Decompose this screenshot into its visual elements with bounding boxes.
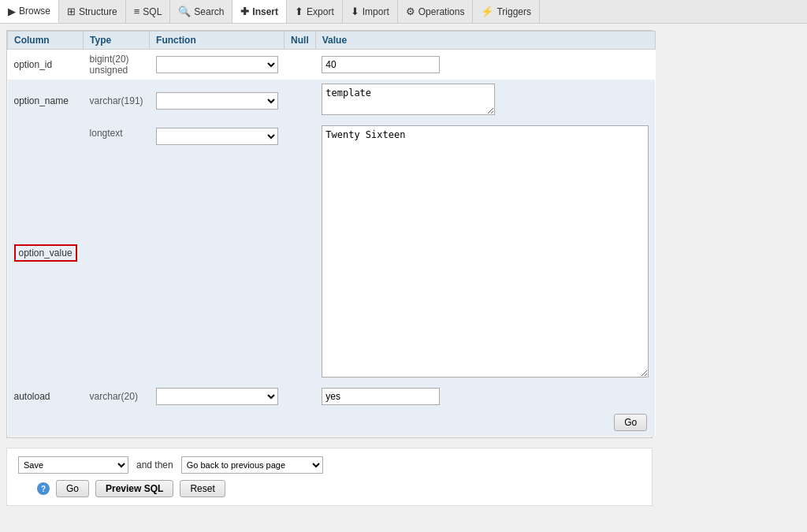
data-table-wrapper: Column Type Function Null Value option_i… — [6, 30, 653, 438]
nav-structure-label: Structure — [79, 6, 117, 17]
function-select-autoload[interactable]: BINARY HEX UUID — [156, 388, 278, 405]
structure-icon: ⊞ — [67, 6, 76, 17]
column-function-autoload: BINARY HEX UUID — [150, 384, 284, 409]
nav-import-label: Import — [363, 6, 389, 17]
help-icon[interactable]: ? — [37, 482, 50, 495]
column-name-autoload: autoload — [8, 384, 84, 409]
column-value-autoload — [315, 384, 655, 409]
browse-icon: ▶ — [8, 6, 16, 17]
reset-button[interactable]: Reset — [180, 480, 225, 497]
go-button-inline[interactable]: Go — [614, 414, 647, 431]
value-textarea-option-value[interactable]: Twenty Sixteen — [322, 125, 649, 378]
column-null-option-value — [284, 121, 316, 384]
column-type-option-id: bigint(20) unsigned — [84, 50, 150, 80]
nav-operations-label: Operations — [418, 6, 465, 17]
column-name-option-id: option_id — [8, 50, 84, 80]
insert-table: Column Type Function Null Value option_i… — [7, 31, 656, 436]
nav-structure[interactable]: ⊞ Structure — [59, 0, 126, 23]
column-function-option-value: BINARY HEX UUID — [150, 121, 284, 384]
function-select-option-value[interactable]: BINARY HEX UUID — [156, 128, 278, 145]
nav-search-label: Search — [194, 6, 224, 17]
column-null-option-id — [284, 50, 316, 80]
column-type-option-value: longtext — [84, 121, 150, 384]
go-button-spacer — [8, 409, 316, 436]
nav-bar: ▶ Browse ⊞ Structure ≡ SQL 🔍 Search ✚ In… — [0, 0, 807, 24]
go-main-button[interactable]: Go — [56, 480, 89, 497]
column-value-option-value: Twenty Sixteen — [315, 121, 655, 384]
triggers-icon: ⚡ — [481, 6, 493, 17]
main-content: Column Type Function Null Value option_i… — [0, 24, 807, 512]
action-row: Save Save and edit next Save and insert … — [18, 456, 641, 474]
nav-operations[interactable]: ⚙ Operations — [398, 0, 474, 23]
column-value-option-id — [315, 50, 655, 80]
column-function-option-id: BINARY HEX UUID — [150, 50, 284, 80]
go-button-row: Go — [8, 409, 656, 436]
column-type-option-name: varchar(191) — [84, 80, 150, 121]
column-null-autoload — [284, 384, 316, 409]
column-header: Column — [8, 32, 84, 50]
save-select[interactable]: Save Save and edit next Save and insert … — [18, 456, 128, 474]
nav-triggers[interactable]: ⚡ Triggers — [473, 0, 540, 23]
go-button-cell: Go — [315, 409, 655, 436]
nav-export-label: Export — [307, 6, 334, 17]
nav-sql-label: SQL — [143, 6, 162, 17]
nav-browse-label: Browse — [19, 6, 50, 17]
go-back-select[interactable]: Go back to previous page Stay on current… — [181, 456, 323, 474]
table-row: option_id bigint(20) unsigned BINARY HEX… — [8, 50, 656, 80]
nav-import[interactable]: ⬇ Import — [343, 0, 398, 23]
nav-sql[interactable]: ≡ SQL — [126, 0, 171, 23]
value-input-autoload[interactable] — [322, 388, 440, 405]
operations-icon: ⚙ — [406, 6, 415, 17]
btn-row: ? Go Preview SQL Reset — [18, 480, 641, 497]
import-icon: ⬇ — [351, 6, 359, 17]
nav-insert[interactable]: ✚ Insert — [232, 0, 287, 23]
sql-icon: ≡ — [134, 6, 140, 17]
and-then-label: and then — [136, 459, 173, 471]
export-icon: ⬆ — [295, 6, 303, 17]
column-name-option-value: option_value — [8, 121, 84, 384]
function-header: Function — [150, 32, 284, 50]
insert-icon: ✚ — [240, 6, 249, 17]
nav-export[interactable]: ⬆ Export — [287, 0, 343, 23]
action-bar: Save Save and edit next Save and insert … — [6, 448, 653, 506]
table-row: autoload varchar(20) BINARY HEX UUID — [8, 384, 656, 409]
type-header: Type — [84, 32, 150, 50]
highlighted-column-name: option_value — [14, 244, 77, 262]
value-input-option-id[interactable] — [322, 56, 440, 73]
nav-triggers-label: Triggers — [496, 6, 531, 17]
search-icon: 🔍 — [178, 6, 191, 17]
column-type-autoload: varchar(20) — [84, 384, 150, 409]
value-textarea-option-name[interactable]: template — [322, 84, 495, 115]
nav-search[interactable]: 🔍 Search — [170, 0, 232, 23]
column-null-option-name — [284, 80, 316, 121]
preview-sql-button[interactable]: Preview SQL — [95, 480, 173, 497]
nav-insert-label: Insert — [252, 6, 278, 17]
function-select-option-id[interactable]: BINARY HEX UUID — [156, 56, 278, 73]
table-row: option_name varchar(191) BINARY HEX UUID… — [8, 80, 656, 121]
nav-browse[interactable]: ▶ Browse — [0, 0, 59, 23]
value-header: Value — [315, 32, 655, 50]
table-row: option_value longtext BINARY HEX UUID Tw — [8, 121, 656, 384]
column-value-option-name: template — [315, 80, 655, 121]
function-select-option-name[interactable]: BINARY HEX UUID — [156, 92, 278, 110]
column-function-option-name: BINARY HEX UUID — [150, 80, 284, 121]
column-name-option-name: option_name — [8, 80, 84, 121]
null-header: Null — [284, 32, 316, 50]
